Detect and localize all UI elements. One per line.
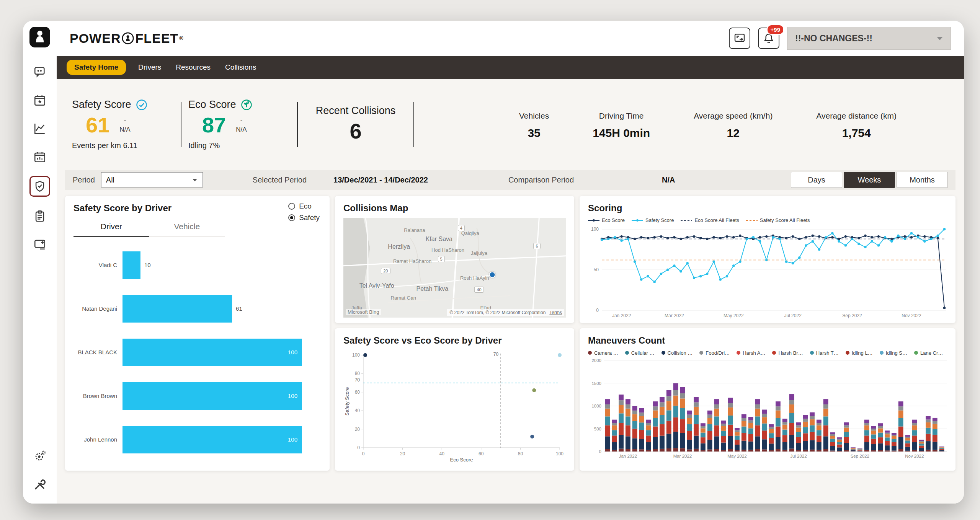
svg-text:1000: 1000 [591,404,601,408]
tab-resources[interactable]: Resources [173,60,213,75]
svg-text:40: 40 [355,408,360,413]
svg-text:Jul 2022: Jul 2022 [790,454,807,458]
tab-driver[interactable]: Driver [74,222,149,237]
legend-item[interactable]: Idling S… [880,350,907,356]
legend-item[interactable]: Eco Score [588,217,625,223]
legend-dot [699,351,703,355]
maneuvers-legend: Camera …Cellular …Collision …Food/Dri…Ha… [588,350,947,356]
radio-safety[interactable]: Safety [288,214,320,222]
map-place-label: Kfar Sava [426,236,452,243]
legend-item[interactable]: Food/Dri… [699,350,730,356]
tab-vehicle[interactable]: Vehicle [149,222,225,236]
sidebar-item-safety[interactable] [29,176,50,197]
stat-label: Average distance (km) [816,111,897,121]
radio-eco[interactable]: Eco [288,202,320,210]
fleet-selector-dropdown[interactable]: !!-NO CHANGES-!! [787,27,951,50]
legend-item[interactable]: Lane Cr… [914,350,943,356]
granularity-days-button[interactable]: Days [791,172,842,188]
svg-text:Jan 2022: Jan 2022 [619,454,637,458]
period-select[interactable]: All [101,172,203,187]
svg-text:40: 40 [439,451,445,456]
legend-item[interactable]: Safety Score [632,217,674,223]
safety-score-by-driver-chart[interactable]: Vladi C10Natan Degani61BLACK BLACK100Bro… [74,243,321,461]
svg-text:2000: 2000 [591,358,601,363]
svg-text:50: 50 [594,267,599,272]
legend-item[interactable]: Idling L… [846,350,873,356]
registered-mark: ® [179,35,183,41]
legend-item[interactable]: Safety Score All Fleets [746,217,810,223]
stat-value: 12 [727,127,740,140]
svg-text:1500: 1500 [591,381,601,386]
kpi-safety-score: Safety Score 61 - N/A [65,99,181,150]
powerfleet-logo: POWER FLEET ® [70,31,183,46]
svg-text:Eco Score: Eco Score [450,457,473,463]
legend-label: Idling L… [852,350,873,356]
stat-vehicles: Vehicles 35 [519,111,549,140]
svg-text:20: 20 [355,427,360,432]
filter-bar: Period All Selected Period 13/Dec/2021 -… [65,170,956,190]
kpi-safety-title: Safety Score [72,99,131,111]
legend-marker [746,218,758,222]
logo-text-right: FLEET [135,31,178,46]
cards-grid: Safety Score by Driver Eco Safety Driver [57,190,964,471]
tab-collisions[interactable]: Collisions [223,60,258,75]
stat-value: 145H 0min [593,127,650,140]
sidebar-item-reports[interactable] [31,148,49,166]
sidebar-item-trends[interactable] [31,119,49,138]
kpi-eco-delta-sub: N/A [236,125,247,134]
legend-label: Harsh Br… [778,350,803,356]
svg-text:Safety Score: Safety Score [344,387,350,416]
road-number-badge: 20 [381,268,390,274]
sidebar-item-settings[interactable] [31,447,49,465]
tab-drivers[interactable]: Drivers [136,60,163,75]
comparison-period-value: N/A [662,176,675,184]
legend-item[interactable]: Collision … [662,350,693,356]
report-device-icon [733,32,746,44]
legend-item[interactable]: Camera … [588,350,618,356]
tab-safety-home[interactable]: Safety Home [67,60,126,75]
svg-text:100: 100 [288,349,297,355]
svg-text:Sep 2022: Sep 2022 [842,313,862,318]
map-terms-link[interactable]: Terms [549,310,562,315]
scoring-card: Scoring Eco ScoreSafety ScoreEco Score A… [580,196,956,323]
sidebar-bottom [31,447,49,494]
radio-circle [288,214,295,221]
collisions-map[interactable]: Ra'ananaQalqilyaKfar SavaHerzliyaHod HaS… [343,218,566,318]
map-place-label: Tel Aviv-Yafo [359,282,394,289]
legend-item[interactable]: Harsh A… [737,350,765,356]
svg-text:Jan 2022: Jan 2022 [612,313,631,318]
map-copyright: © 2022 TomTom, © 2022 Microsoft Corporat… [449,310,546,315]
chevron-down-icon [937,37,943,40]
sidebar-item-tools[interactable] [31,475,49,494]
notifications-button[interactable]: +99 [758,28,779,49]
legend-item[interactable]: Eco Score All Fleets [681,217,739,223]
legend-label: Collision … [668,350,693,356]
main-panel: POWER FLEET ® [57,21,964,504]
map-labels: Ra'ananaQalqilyaKfar SavaHerzliyaHod HaS… [343,218,566,318]
maneuvers-count-chart[interactable]: 0500100015002000Jan 2022Mar 2022May 2022… [588,357,948,460]
radio-label: Eco [299,202,312,210]
powerfleet-logo-mark[interactable] [29,27,50,47]
map-place-label: Jaljulya [471,250,487,256]
fleet-report-button[interactable] [729,28,750,49]
svg-text:May 2022: May 2022 [727,454,747,458]
legend-item[interactable]: Harsh T… [810,350,839,356]
legend-item[interactable]: Cellular … [625,350,655,356]
granularity-weeks-button[interactable]: Weeks [844,172,895,188]
card-title: Scoring [588,203,947,214]
svg-text:Natan Degani: Natan Degani [82,305,117,312]
svg-text:10: 10 [144,262,151,268]
sidebar-item-messages[interactable] [31,63,49,81]
scoring-chart[interactable]: 050100Jan 2022Mar 2022May 2022Jul 2022Se… [588,225,948,320]
safety-vs-eco-chart[interactable]: 0204060801000204060801007070Eco ScoreSaf… [343,349,566,464]
sidebar-item-tasks[interactable] [31,207,49,225]
legend-item[interactable]: Harsh Br… [772,350,803,356]
sidebar-item-export[interactable] [31,235,49,253]
granularity-months-button[interactable]: Months [897,172,948,188]
svg-text:20: 20 [400,451,405,456]
map-provider-logo: Microsoft Bing [346,309,381,315]
sidebar-item-events[interactable] [31,91,49,109]
collision-marker[interactable] [489,272,496,278]
legend-marker [681,218,692,222]
stat-value: 35 [528,127,540,140]
